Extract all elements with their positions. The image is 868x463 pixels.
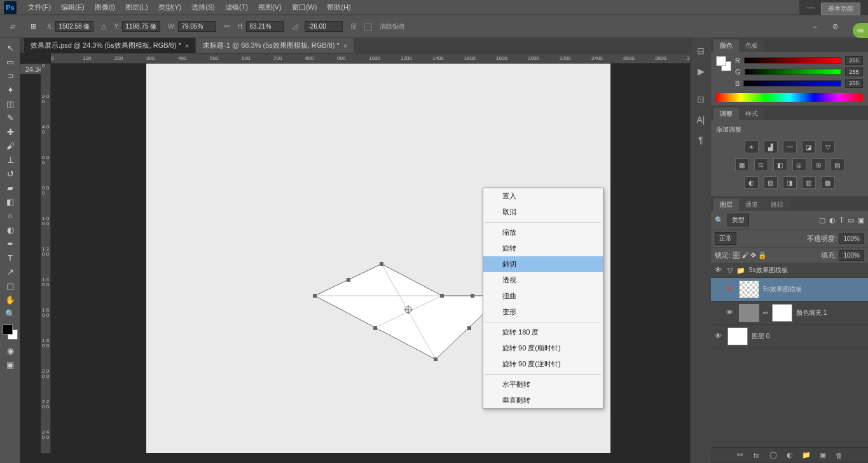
pen-tool[interactable]: ✒ — [1, 237, 19, 251]
filter-kind-icon[interactable]: 🔍 — [715, 216, 724, 225]
dodge-tool[interactable]: ◐ — [1, 223, 19, 237]
close-icon[interactable]: × — [185, 42, 189, 50]
move-tool[interactable]: ↖ — [1, 41, 19, 55]
hand-tool[interactable]: ✋ — [1, 293, 19, 307]
visibility-icon[interactable]: 👁 — [726, 308, 735, 317]
link-icon[interactable]: ⚯ — [224, 22, 230, 31]
hue-sat-icon[interactable]: ▦ — [735, 158, 749, 171]
context-menu-item[interactable]: 旋转 90 度(顺时针) — [483, 340, 603, 356]
marquee-tool[interactable]: ▭ — [1, 55, 19, 69]
menu-select[interactable]: 选择(S) — [186, 1, 220, 14]
stamp-tool[interactable]: ⊥ — [1, 153, 19, 167]
g-slider[interactable] — [745, 69, 841, 75]
link-layers-icon[interactable]: ⚯ — [735, 450, 745, 460]
tab-layers[interactable]: 图层 — [713, 198, 739, 211]
menu-file[interactable]: 文件(F) — [23, 1, 56, 14]
path-selection-tool[interactable]: ↗ — [1, 265, 19, 279]
swap-xy-icon[interactable]: △ — [101, 22, 106, 31]
new-adjustment-icon[interactable]: ◐ — [785, 450, 795, 460]
invert-icon[interactable]: ◐ — [745, 176, 759, 189]
y-input[interactable] — [122, 21, 160, 32]
antialias-checkbox[interactable] — [364, 23, 372, 31]
menu-help[interactable]: 帮助(H) — [322, 1, 355, 14]
context-menu-item[interactable]: 旋转 90 度(逆时针) — [483, 356, 603, 372]
angle-input[interactable] — [305, 21, 343, 32]
tab-styles[interactable]: 样式 — [739, 107, 764, 120]
crop-tool[interactable]: ◫ — [1, 97, 19, 111]
r-slider[interactable] — [744, 57, 841, 64]
context-menu-item[interactable]: 缩放 — [483, 225, 603, 240]
magic-wand-tool[interactable]: ✦ — [1, 83, 19, 97]
type-tool[interactable]: T — [1, 251, 19, 265]
layer-style-icon[interactable]: fx — [752, 450, 762, 460]
new-group-icon[interactable]: 📁 — [801, 450, 811, 460]
context-menu-item[interactable]: 透视 — [483, 272, 603, 288]
layer-row[interactable]: 👁 ⚯ 颜色填充 1 — [711, 301, 868, 325]
fill-input[interactable]: 100% — [839, 250, 864, 261]
color-swatches[interactable] — [3, 324, 18, 340]
filter-kind-select[interactable]: 类型 — [727, 214, 749, 226]
screen-mode-icon[interactable]: ▣ — [1, 357, 19, 371]
history-panel-icon[interactable]: ⊟ — [692, 42, 710, 60]
tab-adjustments[interactable]: 调整 — [713, 107, 739, 120]
selective-color-icon[interactable]: ▩ — [821, 176, 835, 189]
vibrance-icon[interactable]: ▽ — [821, 141, 835, 153]
context-menu-item[interactable]: 取消 — [483, 204, 603, 220]
vertical-ruler[interactable]: 02 0 04 0 06 0 08 0 01 0 0 01 2 0 01 4 0… — [41, 64, 51, 453]
blend-mode-select[interactable]: 正常 — [715, 232, 736, 245]
healing-brush-tool[interactable]: ✚ — [1, 125, 19, 139]
brush-tool[interactable]: 🖌 — [1, 139, 19, 153]
document-tab[interactable]: 效果展示.psd @ 24.3% (5s效果图模板, RGB/8) *× — [24, 38, 195, 53]
delete-layer-icon[interactable]: 🗑 — [834, 450, 844, 460]
workspace-switcher[interactable]: 基本功能 — [821, 3, 860, 15]
x-input[interactable] — [55, 21, 93, 32]
close-icon[interactable]: × — [343, 42, 347, 50]
paragraph-panel-icon[interactable]: ¶ — [692, 131, 710, 149]
character-panel-icon[interactable]: A| — [692, 111, 710, 128]
r-value[interactable] — [845, 56, 863, 65]
filter-shape-icon[interactable]: ▭ — [848, 216, 854, 225]
g-value[interactable] — [845, 67, 863, 76]
b-value[interactable] — [845, 79, 863, 88]
curves-icon[interactable]: 〰 — [783, 141, 797, 153]
visibility-icon[interactable]: 👁 — [726, 285, 735, 294]
transform-tool-icon[interactable]: ▱ — [6, 20, 19, 33]
lock-position-icon[interactable]: ✥ — [750, 251, 756, 259]
minimize-button[interactable]: — — [799, 0, 822, 15]
layer-thumbnail[interactable] — [739, 304, 759, 322]
context-menu-item[interactable]: 垂直翻转 — [483, 392, 603, 408]
filter-type-icon[interactable]: T — [839, 216, 844, 224]
menu-layer[interactable]: 图层(L) — [120, 1, 153, 14]
bw-icon[interactable]: ◧ — [773, 158, 787, 171]
h-input[interactable] — [246, 21, 284, 32]
mask-thumbnail[interactable] — [772, 304, 792, 322]
lock-pixels-icon[interactable]: 🖌 — [741, 251, 748, 259]
folder-toggle-icon[interactable]: ▽ — [727, 266, 733, 275]
visibility-icon[interactable]: 👁 — [715, 332, 724, 341]
gradient-tool[interactable]: ◧ — [1, 195, 19, 209]
exposure-icon[interactable]: ◪ — [802, 141, 816, 153]
photo-filter-icon[interactable]: ◎ — [792, 158, 806, 171]
layer-row[interactable]: 👁 5s效果图模板 — [711, 278, 868, 301]
eraser-tool[interactable]: ▰ — [1, 181, 19, 195]
threshold-icon[interactable]: ◨ — [783, 176, 797, 189]
context-menu-item[interactable]: 旋转 — [483, 240, 603, 256]
visibility-icon[interactable]: 👁 — [715, 266, 724, 275]
context-menu-item[interactable]: 旋转 180 度 — [483, 324, 603, 340]
warp-mode-icon[interactable]: ⌣ — [808, 20, 821, 33]
gradient-map-icon[interactable]: ▥ — [802, 176, 816, 189]
filter-pixel-icon[interactable]: ▢ — [819, 216, 825, 225]
context-menu-item[interactable]: 斜切 — [483, 256, 603, 272]
menu-image[interactable]: 图像(I) — [90, 1, 120, 14]
menu-filter[interactable]: 滤镜(T) — [220, 1, 253, 14]
menu-view[interactable]: 视图(V) — [253, 1, 287, 14]
tab-paths[interactable]: 路径 — [764, 198, 790, 211]
levels-icon[interactable]: ▟ — [764, 141, 778, 153]
context-menu-item[interactable]: 水平翻转 — [483, 377, 603, 392]
lock-all-icon[interactable]: 🔒 — [758, 251, 767, 259]
opacity-input[interactable]: 100% — [839, 233, 864, 244]
cancel-transform-icon[interactable]: ⊘ — [829, 20, 841, 33]
color-lookup-icon[interactable]: ▤ — [830, 158, 844, 171]
filter-adjustment-icon[interactable]: ◐ — [829, 216, 836, 225]
color-balance-icon[interactable]: ⚖ — [754, 158, 768, 171]
